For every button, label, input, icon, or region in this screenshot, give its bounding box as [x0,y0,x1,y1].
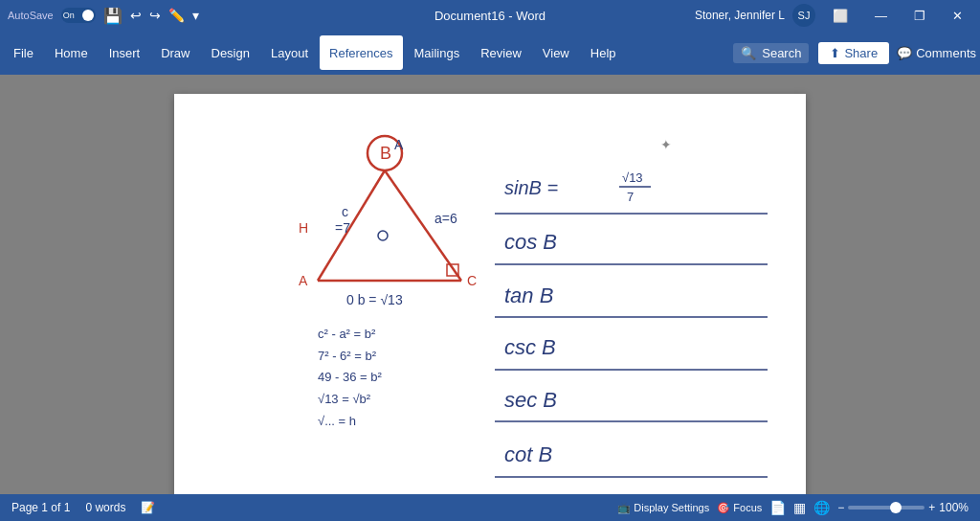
title-bar-right: Stoner, Jennifer L SJ ⬜ — ❐ ✕ [695,0,972,31]
tab-help[interactable]: Help [581,35,626,70]
autosave-label: AutoSave [8,10,54,21]
svg-text:cos B: cos B [504,230,557,254]
tab-file[interactable]: File [4,35,43,70]
svg-text:√13 = √b²: √13 = √b² [318,392,371,406]
view-grid-button[interactable]: ▦ [793,500,806,515]
drawing-content: B A H c =7 a=6 A C 0 b = √13 [174,94,806,494]
proofing-icon[interactable]: 📝 [141,501,155,514]
redo-icon[interactable]: ↪ [149,8,161,23]
status-right: 📺 Display Settings 🎯 Focus 📄 ▦ 🌐 − + 100… [617,500,969,515]
window-title: Document16 - Word [434,9,546,23]
restore-button[interactable]: ❐ [904,0,935,31]
status-bar: Page 1 of 1 0 words 📝 📺 Display Settings… [0,494,980,521]
title-bar: AutoSave On 💾 ↩ ↪ ✏️ ▾ Document16 - Word… [0,0,980,31]
tab-mailings[interactable]: Mailings [405,35,470,70]
svg-text:a=6: a=6 [434,211,457,226]
tab-layout[interactable]: Layout [261,35,318,70]
svg-text:49 - 36 = b²: 49 - 36 = b² [318,370,383,384]
svg-text:C: C [467,273,477,288]
title-bar-left: AutoSave On 💾 ↩ ↪ ✏️ ▾ [8,7,199,25]
save-icon[interactable]: 💾 [103,7,122,25]
zoom-thumb [890,502,902,513]
svg-text:=7: =7 [335,220,350,236]
tab-design[interactable]: Design [202,35,259,70]
tab-draw[interactable]: Draw [151,35,199,70]
comments-icon: 💬 [897,46,912,60]
svg-text:7² - 6² = b²: 7² - 6² = b² [318,349,377,363]
tab-view[interactable]: View [533,35,579,70]
svg-text:sinB =: sinB = [504,177,558,198]
svg-line-2 [318,170,385,281]
undo-icon[interactable]: ↩ [130,8,142,23]
ribbon: File Home Insert Draw Design Layout Refe… [0,31,980,75]
more-icon[interactable]: ▾ [192,8,199,23]
svg-text:tan B: tan B [504,283,553,307]
svg-text:✦: ✦ [660,137,672,152]
zoom-out-button[interactable]: − [837,501,844,514]
zoom-controls: − + 100% [837,501,969,514]
search-box[interactable]: 🔍 Search [733,43,809,63]
document-area: B A H c =7 a=6 A C 0 b = √13 [0,75,980,494]
autosave-knob [82,10,94,21]
svg-text:A: A [394,137,404,152]
svg-text:7: 7 [627,190,634,204]
svg-text:√... = h: √... = h [318,414,356,428]
svg-text:cot B: cot B [504,442,552,466]
focus-button[interactable]: 🎯 Focus [717,502,762,514]
tab-home[interactable]: Home [45,35,98,70]
comments-button[interactable]: 💬 Comments [897,46,976,60]
document-page[interactable]: B A H c =7 a=6 A C 0 b = √13 [174,94,806,494]
svg-text:A: A [299,273,308,288]
svg-text:sec B: sec B [504,388,557,412]
ribbon-collapse-button[interactable]: ⬜ [823,0,858,31]
svg-text:√13: √13 [622,170,643,185]
tab-references[interactable]: References [320,35,402,70]
user-name: Stoner, Jennifer L [695,9,785,22]
user-avatar[interactable]: SJ [792,4,815,27]
svg-text:0 b = √13: 0 b = √13 [346,292,403,307]
zoom-in-button[interactable]: + [928,501,935,514]
svg-text:csc B: csc B [504,335,556,359]
zoom-level: 100% [939,501,969,514]
search-icon: 🔍 [741,46,756,60]
zoom-track[interactable] [848,506,924,510]
draw-icon[interactable]: ✏️ [168,8,185,23]
autosave-on-label: On [63,11,75,20]
minimize-button[interactable]: — [865,0,897,31]
tab-insert[interactable]: Insert [100,35,150,70]
word-count: 0 words [85,501,125,514]
share-button[interactable]: ⬆ Share [818,42,889,64]
svg-text:c² - a² = b²: c² - a² = b² [318,327,376,341]
tab-review[interactable]: Review [471,35,531,70]
svg-text:H: H [299,220,308,236]
ribbon-right: ⬆ Share 💬 Comments [818,42,976,64]
page-info: Page 1 of 1 [11,501,70,514]
display-settings-button[interactable]: 📺 Display Settings [617,502,709,514]
svg-text:c: c [342,204,348,219]
share-icon: ⬆ [830,46,840,60]
view-web-button[interactable]: 🌐 [813,500,830,515]
close-button[interactable]: ✕ [943,0,972,31]
svg-text:B: B [380,144,391,163]
svg-point-34 [378,231,388,240]
autosave-toggle[interactable]: On [61,8,96,23]
view-page-button[interactable]: 📄 [769,500,786,515]
